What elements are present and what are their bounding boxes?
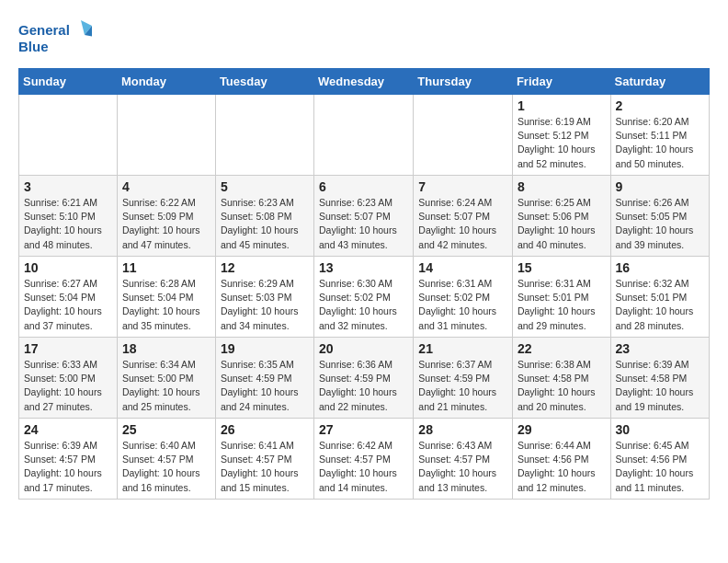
day-number: 19 [221, 341, 309, 356]
day-cell-12: 12Sunrise: 6:29 AM Sunset: 5:03 PM Dayli… [215, 257, 313, 338]
day-cell-18: 18Sunrise: 6:34 AM Sunset: 5:00 PM Dayli… [117, 338, 215, 419]
day-number: 8 [518, 179, 606, 194]
day-cell-9: 9Sunrise: 6:26 AM Sunset: 5:05 PM Daylig… [610, 176, 709, 257]
day-number: 4 [122, 179, 210, 194]
day-info: Sunrise: 6:38 AM Sunset: 4:58 PM Dayligh… [518, 358, 606, 414]
day-number: 3 [24, 179, 112, 194]
day-info: Sunrise: 6:21 AM Sunset: 5:10 PM Dayligh… [24, 196, 112, 252]
day-cell-19: 19Sunrise: 6:35 AM Sunset: 4:59 PM Dayli… [215, 338, 313, 419]
day-number: 22 [518, 341, 606, 356]
day-info: Sunrise: 6:44 AM Sunset: 4:56 PM Dayligh… [518, 439, 606, 495]
day-number: 30 [616, 422, 704, 437]
day-info: Sunrise: 6:39 AM Sunset: 4:58 PM Dayligh… [616, 358, 704, 414]
day-number: 14 [418, 260, 507, 275]
svg-text:Blue: Blue [18, 39, 49, 54]
day-info: Sunrise: 6:20 AM Sunset: 5:11 PM Dayligh… [616, 115, 704, 171]
empty-cell [314, 95, 414, 176]
day-number: 28 [418, 422, 507, 437]
day-number: 1 [518, 98, 606, 113]
column-header-saturday: Saturday [610, 69, 709, 95]
column-header-friday: Friday [512, 69, 610, 95]
column-header-tuesday: Tuesday [215, 69, 313, 95]
day-cell-27: 27Sunrise: 6:42 AM Sunset: 4:57 PM Dayli… [314, 419, 414, 500]
week-row-2: 3Sunrise: 6:21 AM Sunset: 5:10 PM Daylig… [19, 176, 710, 257]
empty-cell [19, 95, 118, 176]
day-info: Sunrise: 6:31 AM Sunset: 5:02 PM Dayligh… [418, 277, 507, 333]
day-number: 10 [24, 260, 112, 275]
day-cell-4: 4Sunrise: 6:22 AM Sunset: 5:09 PM Daylig… [117, 176, 215, 257]
day-info: Sunrise: 6:27 AM Sunset: 5:04 PM Dayligh… [24, 277, 112, 333]
day-number: 25 [122, 422, 210, 437]
day-info: Sunrise: 6:43 AM Sunset: 4:57 PM Dayligh… [418, 439, 507, 495]
day-cell-21: 21Sunrise: 6:37 AM Sunset: 4:59 PM Dayli… [414, 338, 513, 419]
day-info: Sunrise: 6:35 AM Sunset: 4:59 PM Dayligh… [221, 358, 309, 414]
day-cell-26: 26Sunrise: 6:41 AM Sunset: 4:57 PM Dayli… [215, 419, 313, 500]
day-cell-10: 10Sunrise: 6:27 AM Sunset: 5:04 PM Dayli… [19, 257, 118, 338]
day-info: Sunrise: 6:32 AM Sunset: 5:01 PM Dayligh… [616, 277, 704, 333]
day-cell-13: 13Sunrise: 6:30 AM Sunset: 5:02 PM Dayli… [314, 257, 414, 338]
day-info: Sunrise: 6:29 AM Sunset: 5:03 PM Dayligh… [221, 277, 309, 333]
column-header-sunday: Sunday [19, 69, 118, 95]
day-cell-1: 1Sunrise: 6:19 AM Sunset: 5:12 PM Daylig… [512, 95, 610, 176]
calendar-table: SundayMondayTuesdayWednesdayThursdayFrid… [18, 68, 710, 500]
day-info: Sunrise: 6:25 AM Sunset: 5:06 PM Dayligh… [518, 196, 606, 252]
week-row-4: 17Sunrise: 6:33 AM Sunset: 5:00 PM Dayli… [19, 338, 710, 419]
day-cell-24: 24Sunrise: 6:39 AM Sunset: 4:57 PM Dayli… [19, 419, 118, 500]
day-number: 20 [319, 341, 408, 356]
day-cell-29: 29Sunrise: 6:44 AM Sunset: 4:56 PM Dayli… [512, 419, 610, 500]
empty-cell [117, 95, 215, 176]
day-info: Sunrise: 6:24 AM Sunset: 5:07 PM Dayligh… [418, 196, 507, 252]
day-number: 17 [24, 341, 112, 356]
day-info: Sunrise: 6:28 AM Sunset: 5:04 PM Dayligh… [122, 277, 210, 333]
day-info: Sunrise: 6:26 AM Sunset: 5:05 PM Dayligh… [616, 196, 704, 252]
logo: General Blue [18, 18, 92, 59]
day-number: 18 [122, 341, 210, 356]
day-cell-20: 20Sunrise: 6:36 AM Sunset: 4:59 PM Dayli… [314, 338, 414, 419]
day-number: 21 [418, 341, 507, 356]
logo-svg: General Blue [18, 18, 92, 59]
day-cell-30: 30Sunrise: 6:45 AM Sunset: 4:56 PM Dayli… [610, 419, 709, 500]
day-cell-2: 2Sunrise: 6:20 AM Sunset: 5:11 PM Daylig… [610, 95, 709, 176]
day-number: 23 [616, 341, 704, 356]
day-info: Sunrise: 6:41 AM Sunset: 4:57 PM Dayligh… [221, 439, 309, 495]
column-header-monday: Monday [117, 69, 215, 95]
day-number: 15 [518, 260, 606, 275]
day-cell-15: 15Sunrise: 6:31 AM Sunset: 5:01 PM Dayli… [512, 257, 610, 338]
day-info: Sunrise: 6:39 AM Sunset: 4:57 PM Dayligh… [24, 439, 112, 495]
week-row-1: 1Sunrise: 6:19 AM Sunset: 5:12 PM Daylig… [19, 95, 710, 176]
day-cell-6: 6Sunrise: 6:23 AM Sunset: 5:07 PM Daylig… [314, 176, 414, 257]
day-info: Sunrise: 6:37 AM Sunset: 4:59 PM Dayligh… [418, 358, 507, 414]
svg-text:General: General [18, 22, 70, 38]
day-cell-23: 23Sunrise: 6:39 AM Sunset: 4:58 PM Dayli… [610, 338, 709, 419]
day-info: Sunrise: 6:36 AM Sunset: 4:59 PM Dayligh… [319, 358, 408, 414]
day-info: Sunrise: 6:22 AM Sunset: 5:09 PM Dayligh… [122, 196, 210, 252]
day-info: Sunrise: 6:42 AM Sunset: 4:57 PM Dayligh… [319, 439, 408, 495]
day-info: Sunrise: 6:31 AM Sunset: 5:01 PM Dayligh… [518, 277, 606, 333]
day-info: Sunrise: 6:23 AM Sunset: 5:07 PM Dayligh… [319, 196, 408, 252]
empty-cell [414, 95, 513, 176]
day-number: 11 [122, 260, 210, 275]
day-cell-25: 25Sunrise: 6:40 AM Sunset: 4:57 PM Dayli… [117, 419, 215, 500]
day-cell-28: 28Sunrise: 6:43 AM Sunset: 4:57 PM Dayli… [414, 419, 513, 500]
week-row-5: 24Sunrise: 6:39 AM Sunset: 4:57 PM Dayli… [19, 419, 710, 500]
day-cell-14: 14Sunrise: 6:31 AM Sunset: 5:02 PM Dayli… [414, 257, 513, 338]
day-info: Sunrise: 6:19 AM Sunset: 5:12 PM Dayligh… [518, 115, 606, 171]
empty-cell [215, 95, 313, 176]
column-header-thursday: Thursday [414, 69, 513, 95]
day-cell-22: 22Sunrise: 6:38 AM Sunset: 4:58 PM Dayli… [512, 338, 610, 419]
day-cell-8: 8Sunrise: 6:25 AM Sunset: 5:06 PM Daylig… [512, 176, 610, 257]
day-info: Sunrise: 6:23 AM Sunset: 5:08 PM Dayligh… [221, 196, 309, 252]
calendar-header-row: SundayMondayTuesdayWednesdayThursdayFrid… [19, 69, 710, 95]
day-number: 5 [221, 179, 309, 194]
day-number: 12 [221, 260, 309, 275]
column-header-wednesday: Wednesday [314, 69, 414, 95]
day-info: Sunrise: 6:40 AM Sunset: 4:57 PM Dayligh… [122, 439, 210, 495]
day-cell-11: 11Sunrise: 6:28 AM Sunset: 5:04 PM Dayli… [117, 257, 215, 338]
day-number: 26 [221, 422, 309, 437]
day-info: Sunrise: 6:34 AM Sunset: 5:00 PM Dayligh… [122, 358, 210, 414]
day-number: 27 [319, 422, 408, 437]
day-number: 6 [319, 179, 408, 194]
day-number: 7 [418, 179, 507, 194]
day-info: Sunrise: 6:33 AM Sunset: 5:00 PM Dayligh… [24, 358, 112, 414]
day-number: 9 [616, 179, 704, 194]
